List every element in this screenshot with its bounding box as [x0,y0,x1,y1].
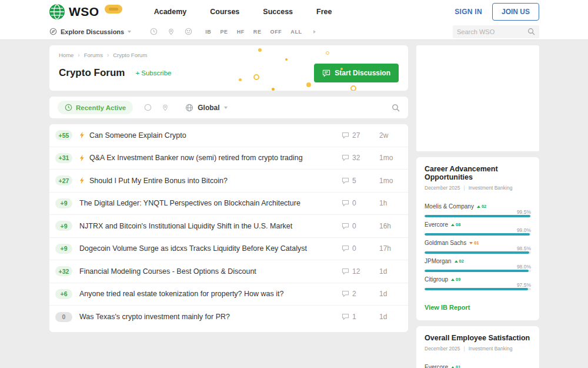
company-ranking-list: Moelis & Company 02 99.5% Evercore 08 99… [425,203,531,290]
thread-row[interactable]: 0 Was Texas's crypto investment mainly f… [49,306,408,329]
thread-time: 1d [379,267,400,276]
chevron-down-icon [128,31,131,33]
thread-meta: 0 17h [342,244,400,253]
thread-title[interactable]: Dogecoin Volume Surge as idcxs Tracks Li… [79,244,307,253]
search-input[interactable] [457,28,527,35]
view-ib-report-link[interactable]: View IB Report [425,304,470,311]
thread-title[interactable]: Can Someone Explain Crypto [89,131,186,140]
comment-icon [342,177,349,184]
caret-up-icon [455,260,458,263]
breadcrumb: Home Forums Crypto Forum [59,52,399,58]
thread-list: +55 Can Someone Explain Crypto 27 2w +31… [49,124,408,332]
wso-logo[interactable]: WSO [49,4,122,19]
comment-count: 1 [342,313,369,321]
thread-time: 1d [379,290,400,298]
chevron-down-icon [224,107,228,109]
category-pe[interactable]: PE [220,29,228,35]
comment-icon [342,200,349,207]
company-name[interactable]: Goldman Sachs [425,240,466,246]
forum-header-card: Home Forums Crypto Forum Crypto Forum + … [49,45,408,91]
vote-badge[interactable]: +9 [55,198,72,208]
thread-title[interactable]: Financial Modeling Courses - Best Option… [79,267,256,276]
thread-row[interactable]: +31 Q&A Ex Investment Banker now (semi) … [49,147,408,170]
thread-row[interactable]: +6 Anyone tried real estate tokenization… [49,283,408,306]
start-discussion-button[interactable]: Start Discussion [314,64,399,82]
scope-dropdown[interactable]: Global [185,104,227,112]
company-row: Evercore 08 99.0% [425,221,531,236]
confetti-decoration [272,88,275,91]
smiley-icon[interactable] [185,28,192,35]
breadcrumb-home[interactable]: Home [59,52,74,58]
thread-title[interactable]: The Digital Ledger: YNQTL Perspectives o… [79,199,300,207]
thread-meta: 1 1d [342,313,400,321]
vote-badge[interactable]: +55 [55,130,72,140]
vote-badge[interactable]: 0 [55,312,72,322]
company-name[interactable]: Evercore [425,221,448,228]
discussion-toolbar: Explore Discussions IB PE HF RE OFF ALL [0,24,588,40]
thread-row[interactable]: +9 Dogecoin Volume Surge as idcxs Tracks… [49,238,408,261]
meta-separator [463,185,465,191]
comment-icon [342,132,349,139]
search-icon[interactable] [527,28,535,35]
nav-item-academy[interactable]: Academy [154,8,187,16]
thread-time: 2w [379,131,400,140]
company-ranking-list: Evercore 01 [425,364,531,368]
category-hf[interactable]: HF [237,29,245,35]
vote-badge[interactable]: +6 [55,289,72,299]
pinned-icon[interactable] [162,104,169,111]
breadcrumb-forums[interactable]: Forums [84,52,103,58]
thread-row[interactable]: +55 Can Someone Explain Crypto 27 2w [49,124,408,147]
chat-icon [322,69,330,77]
chevron-right-icon[interactable] [313,30,316,34]
company-name[interactable]: Moelis & Company [425,203,474,210]
comment-icon [342,313,349,320]
forum-search-icon[interactable] [392,104,400,112]
pinned-icon[interactable] [168,28,175,35]
vote-badge[interactable]: +31 [55,153,72,163]
company-name[interactable]: JPMorgan [425,258,452,264]
join-us-button[interactable]: JOIN US [492,3,539,21]
comment-count: 0 [342,199,369,207]
thread-title[interactable]: NJTRX and Bitcoin's Institutional Liquid… [79,222,292,230]
progress-fill [425,233,530,236]
site-search [453,25,539,38]
recently-active-filter[interactable]: Recently Active [58,101,133,114]
thread-row[interactable]: +32 Financial Modeling Courses - Best Op… [49,260,408,283]
vote-badge[interactable]: +9 [55,221,72,231]
thread-time: 16h [379,222,400,230]
category-off[interactable]: OFF [270,29,282,35]
nav-item-courses[interactable]: Courses [210,8,239,16]
comment-icon [342,268,349,275]
forum-main-column: Home Forums Crypto Forum Crypto Forum + … [49,45,408,332]
popular-icon[interactable] [144,104,152,111]
card-title: Career Advancement Opportunities [425,165,531,181]
lightning-icon [79,131,85,139]
category-all[interactable]: ALL [290,29,302,35]
career-advancement-card: Career Advancement Opportunities Decembe… [416,157,539,320]
thread-title[interactable]: Was Texas's crypto investment mainly for… [79,313,230,321]
thread-row[interactable]: +9 The Digital Ledger: YNQTL Perspective… [49,193,408,216]
subscribe-link[interactable]: + Subscribe [135,69,171,77]
comment-icon [342,245,349,252]
company-name[interactable]: Citigroup [425,276,448,283]
category-ib[interactable]: IB [205,29,211,35]
company-percent: 99.0% [517,227,531,233]
company-name[interactable]: Evercore [425,364,448,368]
sign-in-link[interactable]: SIGN IN [455,8,482,16]
thread-title[interactable]: Should I Put My Entire Bonus into Bitcoi… [89,177,228,185]
thread-title[interactable]: Anyone tried real estate tokenization fo… [79,290,283,298]
recent-icon[interactable] [150,28,158,35]
right-sidebar: Career Advancement Opportunities Decembe… [416,45,539,368]
category-re[interactable]: RE [253,29,262,35]
thread-title[interactable]: Q&A Ex Investment Banker now (semi) reti… [89,154,303,162]
thread-row[interactable]: +9 NJTRX and Bitcoin's Institutional Liq… [49,215,408,238]
comment-count: 12 [342,267,369,276]
vote-badge[interactable]: +32 [55,266,72,276]
nav-item-success[interactable]: Success [263,8,293,16]
explore-discussions-dropdown[interactable]: Explore Discussions [49,28,131,35]
vote-badge[interactable]: +27 [55,175,72,185]
thread-row[interactable]: +27 Should I Put My Entire Bonus into Bi… [49,170,408,193]
nav-item-free[interactable]: Free [316,8,332,16]
vote-badge[interactable]: +9 [55,244,72,254]
card-date: December 2025 [425,346,460,352]
